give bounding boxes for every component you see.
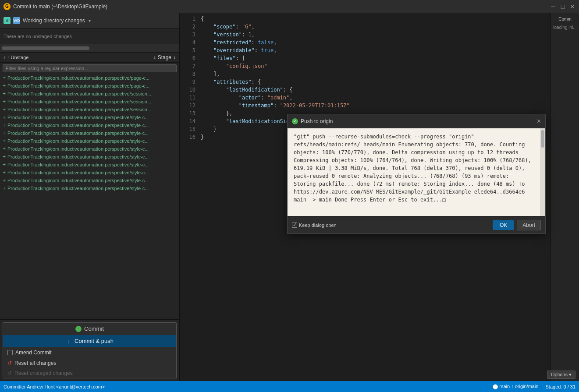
unstage-label: ↑ bbox=[7, 55, 10, 60]
file-plus-icon: + bbox=[3, 122, 6, 128]
file-item[interactable]: +ProductionTracking/com.inductiveautomat… bbox=[0, 169, 179, 177]
file-item[interactable]: +ProductionTracking/com.inductiveautomat… bbox=[0, 90, 179, 98]
filter-placeholder: Filter files using a regular expression.… bbox=[6, 66, 88, 71]
no-unstaged-text: There are no unstaged changes bbox=[4, 34, 72, 39]
staged-count: Staged: 0 / 31 bbox=[546, 384, 576, 389]
right-commit-panel: Comm loading ini... bbox=[551, 13, 579, 381]
line-num-11: 11 bbox=[183, 94, 195, 102]
working-dir-label: Working directory changes bbox=[23, 18, 85, 24]
file-plus-icon: + bbox=[3, 138, 6, 144]
reset-unstaged-button: ↺ Reset unstaged changes bbox=[3, 368, 176, 378]
working-dir-icon: ↺ bbox=[4, 17, 11, 24]
file-item[interactable]: +ProductionTracking/com.inductiveautomat… bbox=[0, 98, 179, 106]
working-directory-header: ↺ WD Working directory changes ▾ bbox=[0, 13, 179, 28]
keep-open-checkbox[interactable]: ✓ bbox=[292, 222, 297, 228]
file-name: ProductionTracking/com.inductiveautomati… bbox=[7, 154, 149, 159]
file-plus-icon: + bbox=[3, 162, 6, 168]
horizontal-scrollbar[interactable] bbox=[2, 46, 89, 50]
dialog-title-left: ✓ Push to origin bbox=[292, 118, 333, 124]
file-name: ProductionTracking/com.inductiveautomati… bbox=[7, 146, 149, 152]
file-item[interactable]: +ProductionTracking/com.inductiveautomat… bbox=[0, 121, 179, 129]
push-to-origin-dialog: ✓ Push to origin × "git" push --recurse-… bbox=[287, 114, 546, 234]
line-num-7: 7 bbox=[183, 62, 195, 70]
file-item[interactable]: +ProductionTracking/com.inductiveautomat… bbox=[0, 106, 179, 113]
line-num-10: 10 bbox=[183, 86, 195, 94]
unstage-arrow-icon: ↑ bbox=[4, 55, 6, 60]
app-icon: G bbox=[4, 3, 11, 10]
minimize-button[interactable]: ─ bbox=[550, 4, 556, 10]
amend-checkbox[interactable] bbox=[7, 350, 13, 355]
commit-green-icon bbox=[75, 326, 82, 332]
line-num-5: 5 bbox=[183, 46, 195, 54]
file-name: ProductionTracking/com.inductiveautomati… bbox=[7, 75, 149, 81]
line-num-3: 3 bbox=[183, 31, 195, 39]
file-item[interactable]: +ProductionTracking/com.inductiveautomat… bbox=[0, 74, 179, 82]
file-plus-icon: + bbox=[3, 177, 6, 184]
file-item[interactable]: +ProductionTracking/com.inductiveautomat… bbox=[0, 137, 179, 145]
maximize-button[interactable]: □ bbox=[560, 4, 566, 10]
unstage-text: Unstage bbox=[11, 55, 29, 60]
dialog-close-button[interactable]: × bbox=[537, 117, 541, 125]
folder-icon: WD bbox=[13, 17, 20, 24]
keep-open-row: ✓ Keep dialog open bbox=[292, 222, 337, 228]
status-bar: Committer Andrew Hunt <ahunt@vertech.com… bbox=[0, 381, 579, 392]
close-button[interactable]: ✕ bbox=[569, 4, 575, 10]
dialog-output: "git" push --recurse-submodules=check --… bbox=[294, 133, 539, 204]
file-name: ProductionTracking/com.inductiveautomati… bbox=[7, 123, 149, 128]
dialog-ok-button[interactable]: OK bbox=[493, 220, 514, 230]
line-numbers: 1 2 3 4 5 6 7 8 9 10 11 12 13 14 15 16 bbox=[180, 13, 197, 381]
file-plus-icon: + bbox=[3, 114, 6, 120]
dialog-scrollbar[interactable] bbox=[540, 128, 545, 216]
commit-button[interactable]: Commit bbox=[3, 323, 176, 335]
file-plus-icon: + bbox=[3, 91, 6, 97]
dropdown-arrow[interactable]: ▾ bbox=[89, 18, 91, 23]
reset-all-icon: ↺ bbox=[7, 360, 12, 366]
line-num-9: 9 bbox=[183, 78, 195, 86]
line-num-15: 15 bbox=[183, 125, 195, 133]
line-num-12: 12 bbox=[183, 102, 195, 109]
dialog-title-bar: ✓ Push to origin × bbox=[288, 114, 545, 128]
file-list: +ProductionTracking/com.inductiveautomat… bbox=[0, 74, 179, 319]
dialog-scrollthumb[interactable] bbox=[541, 130, 544, 148]
file-item[interactable]: +ProductionTracking/com.inductiveautomat… bbox=[0, 82, 179, 90]
reset-all-button[interactable]: ↺ Reset all changes bbox=[3, 358, 176, 368]
file-name: ProductionTracking/com.inductiveautomati… bbox=[7, 99, 151, 104]
window-title: Commit to main (~\Desktop\GitExample) bbox=[13, 4, 107, 10]
amend-label: Amend Commit bbox=[15, 350, 52, 356]
committer-status: Committer Andrew Hunt <ahunt@vertech.com… bbox=[4, 384, 105, 389]
dialog-abort-button[interactable]: Abort bbox=[517, 220, 541, 230]
file-plus-icon: + bbox=[3, 185, 6, 191]
file-plus-icon: + bbox=[3, 75, 6, 81]
commit-label: Commit bbox=[84, 325, 104, 332]
loading-label: loading ini... bbox=[551, 23, 578, 32]
file-item[interactable]: +ProductionTracking/com.inductiveautomat… bbox=[0, 129, 179, 137]
file-plus-icon: + bbox=[3, 154, 6, 160]
reset-unstaged-label: Reset unstaged changes bbox=[14, 370, 73, 376]
stage-icon2: ↓ bbox=[173, 54, 176, 60]
stage-text: Stage bbox=[158, 54, 171, 60]
file-item[interactable]: +ProductionTracking/com.inductiveautomat… bbox=[0, 161, 179, 169]
commit-dropdown: Commit ↑ Commit & push Amend Commit ↺ Re… bbox=[3, 322, 177, 378]
amend-row: Amend Commit bbox=[3, 347, 176, 358]
commit-push-label: Commit & push bbox=[75, 338, 114, 344]
title-bar-left: G Commit to main (~\Desktop\GitExample) bbox=[4, 3, 107, 10]
reset-all-label: Reset all changes bbox=[14, 360, 56, 366]
unstage-button[interactable]: ↑ ↑ Unstage bbox=[4, 55, 28, 60]
commit-area: Commit ↑ Commit & push Amend Commit ↺ Re… bbox=[0, 319, 179, 381]
line-num-6: 6 bbox=[183, 54, 195, 62]
file-name: ProductionTracking/com.inductiveautomati… bbox=[7, 107, 151, 112]
line-num-14: 14 bbox=[183, 117, 195, 125]
file-item[interactable]: +ProductionTracking/com.inductiveautomat… bbox=[0, 184, 179, 192]
file-name: ProductionTracking/com.inductiveautomati… bbox=[7, 131, 149, 136]
file-item[interactable]: +ProductionTracking/com.inductiveautomat… bbox=[0, 145, 179, 153]
file-item[interactable]: +ProductionTracking/com.inductiveautomat… bbox=[0, 177, 179, 184]
options-button[interactable]: Options ▾ bbox=[547, 371, 575, 379]
file-name: ProductionTracking/com.inductiveautomati… bbox=[7, 170, 149, 175]
push-arrow-icon: ↑ bbox=[66, 338, 72, 344]
dialog-footer: ✓ Keep dialog open OK Abort bbox=[288, 216, 545, 233]
file-filter-input[interactable]: Filter files using a regular expression.… bbox=[3, 64, 177, 72]
commit-push-button[interactable]: ↑ Commit & push bbox=[3, 335, 176, 347]
dialog-success-icon: ✓ bbox=[292, 118, 298, 124]
file-item[interactable]: +ProductionTracking/com.inductiveautomat… bbox=[0, 113, 179, 121]
file-item[interactable]: +ProductionTracking/com.inductiveautomat… bbox=[0, 153, 179, 161]
